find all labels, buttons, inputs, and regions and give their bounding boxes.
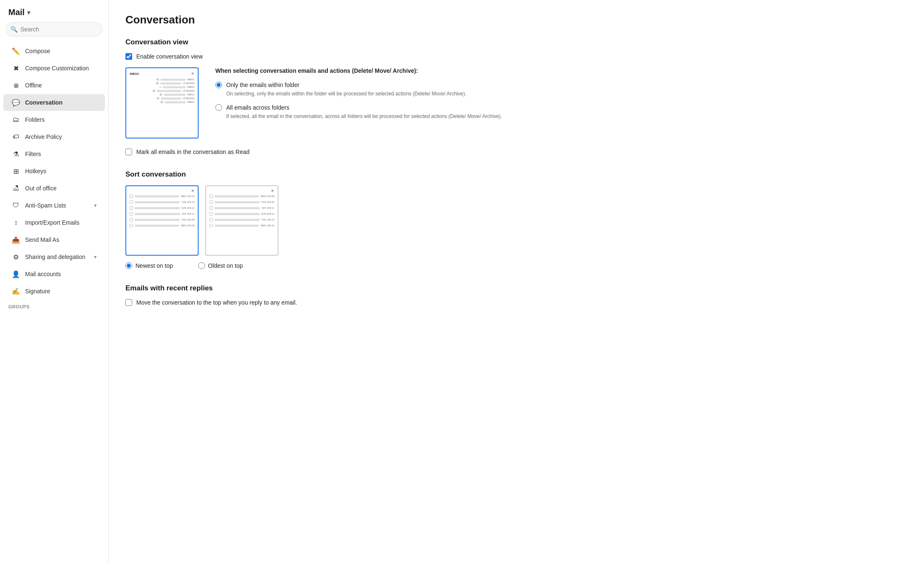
chevron-right-icon: ▾ [94, 254, 97, 260]
sp-date: SUN JUN 12 [181, 207, 194, 209]
signature-icon: ✍ [12, 287, 20, 295]
all-folders-label[interactable]: All emails across folders [226, 104, 289, 111]
sidebar-item-compose-customization[interactable]: ✖ Compose Customization [3, 60, 105, 77]
preview-line [163, 86, 186, 88]
preview-row: UI DESIGN [130, 82, 194, 85]
sort-conversation-section: Sort conversation ✕ WED JUN 15 TUE JUN 1… [125, 170, 907, 269]
preview-row: UI DESIGN [130, 90, 194, 92]
sp-check [130, 218, 133, 221]
sp-row: SUN JUN 12 [130, 205, 194, 210]
sp-line [214, 225, 259, 227]
sidebar-item-label: Out of office [25, 185, 56, 192]
oldest-on-top-radio[interactable] [198, 262, 205, 269]
sp-row: THU JUN 09 [130, 217, 194, 221]
sidebar-item-label: Compose Customization [25, 65, 89, 72]
sidebar-item-signature[interactable]: ✍ Signature [3, 283, 105, 300]
sharing-delegation-icon: ⚙ [12, 253, 20, 261]
sort-radio-row: Newest on top Oldest on top [125, 262, 907, 269]
preview-row: UI DESIGN [130, 97, 194, 100]
sp-check [130, 195, 133, 198]
sort-conversation-title: Sort conversation [125, 170, 907, 179]
preview-line [164, 94, 186, 96]
preview-dot [156, 78, 159, 81]
sp-line [135, 213, 180, 215]
sp-line [135, 219, 180, 221]
sidebar-item-label: Offline [25, 82, 42, 89]
sidebar-item-sharing-delegation[interactable]: ⚙ Sharing and delegation ▾ [3, 249, 105, 265]
oldest-preview: ✕ WED JUN 08 THU JUN 09 SAT JUN 11 [205, 185, 278, 256]
preview-tag: INBOX [187, 101, 194, 103]
enable-conversation-checkbox[interactable] [125, 53, 132, 60]
preview-line [161, 79, 186, 81]
all-folders-radio[interactable] [215, 104, 222, 111]
sidebar-item-offline[interactable]: ⊗ Offline [3, 77, 105, 94]
sp-date: SAT JUN 11 [182, 213, 194, 215]
preview-c: c [160, 86, 161, 88]
search-input[interactable] [6, 22, 102, 36]
preview-row: c INBOX [130, 86, 194, 88]
preview-tag: INBOX [187, 93, 194, 96]
sp-check [209, 200, 213, 204]
oldest-on-top-label[interactable]: Oldest on top [208, 262, 243, 269]
preview-row: INBOX [130, 78, 194, 81]
preview-line [161, 97, 181, 100]
sidebar-item-label: Folders [25, 116, 45, 123]
move-top-checkbox[interactable] [125, 299, 132, 306]
sidebar-item-label: Hotkeys [25, 168, 46, 174]
page-title: Conversation [125, 13, 907, 26]
sidebar-item-out-of-office[interactable]: 🏖 Out of office [3, 180, 105, 197]
conversation-view-section: Conversation view Enable conversation vi… [125, 38, 907, 155]
move-top-label[interactable]: Move the conversation to the top when yo… [136, 299, 297, 306]
sp-row: WED JUN 08 [130, 223, 194, 227]
conversation-preview: INBOX ✕ INBOX UI DESIGN c INBOX [125, 67, 199, 138]
newest-on-top-label[interactable]: Newest on top [135, 262, 173, 269]
sidebar-item-compose[interactable]: ✏️ Compose [3, 43, 105, 59]
sidebar-item-conversation[interactable]: 💬 Conversation [3, 94, 105, 111]
sidebar-item-archive-policy[interactable]: 🏷 Archive Policy [3, 128, 105, 145]
sidebar-item-import-export[interactable]: ↕ Import/Export Emails [3, 214, 105, 231]
sp-line [135, 195, 179, 197]
sort-previews: ✕ WED JUN 15 TUE JUN 14 SUN JUN 12 [125, 185, 907, 256]
close-icon: ✕ [271, 189, 274, 193]
sidebar-item-anti-spam[interactable]: 🛡 Anti-Spam Lists ▾ [3, 197, 105, 214]
preview-tag: UI DESIGN [183, 82, 194, 85]
sidebar-item-folders[interactable]: 🗂 Folders [3, 111, 105, 128]
sidebar-item-label: Filters [25, 151, 41, 157]
chevron-right-icon: ▾ [94, 203, 97, 208]
sidebar-item-label: Send Mail As [25, 236, 59, 243]
folders-icon: 🗂 [12, 115, 20, 124]
only-folder-label[interactable]: Only the emails within folder [226, 82, 299, 88]
preview-row: INBOX [130, 93, 194, 96]
preview-tag: UI DESIGN [183, 90, 194, 92]
groups-label: GROUPS [0, 300, 108, 312]
sp-check [130, 224, 133, 227]
newest-on-top-radio[interactable] [125, 262, 132, 269]
conversation-icon: 💬 [12, 98, 20, 107]
sp-date: TUE JUN 14 [261, 218, 274, 221]
sp-line [214, 207, 260, 209]
sp-row: WED JUN 08 [209, 194, 274, 198]
sidebar-item-send-mail-as[interactable]: 📤 Send Mail As [3, 231, 105, 248]
preview-line [160, 82, 181, 85]
sp-line [135, 201, 180, 203]
sidebar-item-filters[interactable]: ⚗ Filters [3, 146, 105, 162]
sp-line [214, 219, 260, 221]
mark-read-label[interactable]: Mark all emails in the conversation as R… [136, 149, 250, 155]
sidebar-item-mail-accounts[interactable]: 👤 Mail accounts [3, 266, 105, 282]
app-title[interactable]: Mail ▾ [0, 0, 108, 22]
sidebar-item-label: Signature [25, 288, 50, 295]
sp-check [130, 206, 133, 210]
sidebar-item-hotkeys[interactable]: ⊞ Hotkeys [3, 163, 105, 179]
enable-conversation-label[interactable]: Enable conversation view [136, 53, 203, 60]
offline-icon: ⊗ [12, 81, 20, 90]
hotkeys-icon: ⊞ [12, 167, 20, 175]
mail-accounts-icon: 👤 [12, 270, 20, 278]
when-selecting-label: When selecting conversation emails and a… [215, 67, 907, 74]
anti-spam-icon: 🛡 [12, 201, 20, 210]
sp-line [135, 207, 180, 209]
sidebar-item-label: Import/Export Emails [25, 219, 79, 226]
only-folder-radio[interactable] [215, 82, 222, 88]
mark-read-checkbox[interactable] [125, 149, 132, 155]
search-container: 🔍 [6, 22, 102, 36]
sp-date: WED JUN 08 [181, 224, 194, 227]
